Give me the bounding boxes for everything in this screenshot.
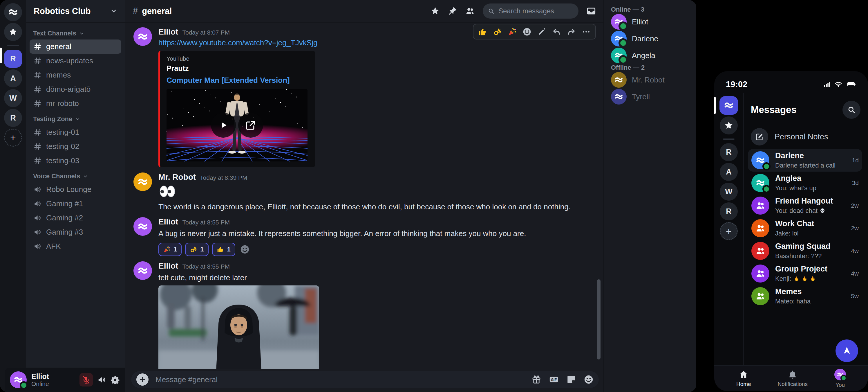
avatar[interactable] bbox=[133, 217, 152, 236]
message: Elliot Today at 8:55 PM A bug is never j… bbox=[125, 214, 603, 258]
message-author[interactable]: Elliot bbox=[158, 27, 178, 36]
party-popper-emoji-icon[interactable] bbox=[508, 27, 517, 36]
nav-item-home[interactable]: Home bbox=[736, 370, 751, 387]
preview-text: Kenji: bbox=[775, 275, 791, 283]
message-author[interactable]: Elliot bbox=[158, 261, 178, 271]
thumbs-up-emoji-icon[interactable] bbox=[478, 27, 487, 36]
favorites-button[interactable] bbox=[4, 23, 22, 41]
nav-item-notifications[interactable]: Notifications bbox=[778, 370, 808, 387]
emoji-icon[interactable] bbox=[584, 374, 594, 385]
channel-item-memes[interactable]: memes bbox=[30, 68, 121, 82]
play-button[interactable] bbox=[211, 113, 236, 138]
voice-channel-item-robo-lounge[interactable]: Robo Lounge bbox=[30, 183, 121, 197]
channel-section-header[interactable]: Testing Zone bbox=[33, 115, 118, 123]
conversation-item-memes[interactable]: MemesMateo: haha5w bbox=[748, 285, 862, 308]
star-icon[interactable] bbox=[431, 6, 440, 16]
photo-attachment[interactable] bbox=[158, 285, 319, 369]
server-header[interactable]: Robotics Club bbox=[26, 0, 125, 23]
phone-body: RAWR + Messages Personal Notes DarleneDa… bbox=[714, 93, 868, 366]
server-button-r-3[interactable]: R bbox=[4, 109, 22, 127]
conversation-item-friend-hangout[interactable]: Friend HangoutYou: dead chat2w bbox=[748, 194, 862, 217]
message-author[interactable]: Mr. Robot bbox=[158, 172, 196, 182]
conversation-item-anglea[interactable]: AngleaYou: what’s up3d bbox=[748, 172, 862, 194]
voice-channel-item-gaming-2[interactable]: Gaming #2 bbox=[30, 211, 121, 225]
favorites-button[interactable] bbox=[720, 116, 738, 135]
search-input[interactable] bbox=[498, 7, 573, 16]
conversation-item-work-chat[interactable]: Work ChatJake: lol2w bbox=[748, 217, 862, 240]
forward-icon[interactable] bbox=[567, 27, 576, 36]
add-reaction-icon[interactable] bbox=[240, 245, 250, 254]
add-reaction-icon[interactable] bbox=[523, 27, 531, 36]
settings-gear-icon[interactable] bbox=[111, 375, 120, 384]
deafen-button[interactable] bbox=[97, 375, 106, 384]
new-message-fab[interactable] bbox=[836, 339, 858, 362]
channel-item-general[interactable]: general bbox=[30, 39, 121, 54]
app-logo-button[interactable] bbox=[719, 96, 738, 115]
personal-notes-item[interactable]: Personal Notes bbox=[751, 128, 861, 145]
channel-item-mr-roboto[interactable]: mr-roboto bbox=[30, 96, 121, 111]
channel-item-testing-02[interactable]: testing-02 bbox=[30, 139, 121, 153]
server-button-a-1[interactable]: A bbox=[720, 163, 738, 181]
message-input[interactable] bbox=[155, 375, 525, 385]
member-row-mr-robot[interactable]: Mr. Robot bbox=[611, 72, 696, 88]
channel-item-testing-03[interactable]: testing-03 bbox=[30, 153, 121, 168]
nav-item-you[interactable]: You bbox=[834, 369, 846, 388]
reply-icon[interactable] bbox=[552, 27, 561, 36]
avatar[interactable] bbox=[133, 172, 152, 191]
chat-scrollbar[interactable] bbox=[597, 279, 600, 360]
speaker-icon bbox=[34, 186, 41, 193]
server-button-w-2[interactable]: W bbox=[720, 183, 738, 201]
member-row-darlene[interactable]: Darlene bbox=[611, 30, 696, 47]
message-link[interactable]: https://www.youtube.com/watch?v=jeg_TJvk… bbox=[158, 38, 317, 47]
server-button-w-2[interactable]: W bbox=[4, 89, 22, 107]
member-row-angela[interactable]: Angela bbox=[611, 47, 696, 64]
avatar[interactable] bbox=[133, 261, 152, 280]
reaction-pill-ok-hand[interactable]: 1 bbox=[185, 243, 208, 256]
avatar[interactable] bbox=[133, 27, 152, 46]
voice-channel-item-afk[interactable]: AFK bbox=[30, 239, 121, 253]
voice-channel-item-gaming-3[interactable]: Gaming #3 bbox=[30, 225, 121, 239]
attach-button[interactable] bbox=[136, 373, 149, 386]
channel-item-news-updates[interactable]: news-updates bbox=[30, 54, 121, 68]
conversation-item-darlene[interactable]: DarleneDarlene started a call1d bbox=[748, 149, 862, 172]
sticker-icon[interactable] bbox=[566, 374, 576, 385]
channel-section-header[interactable]: Text Channels bbox=[33, 30, 118, 37]
phone-main: Messages Personal Notes DarleneDarlene s… bbox=[744, 93, 868, 366]
reaction-pill-thumbs-up[interactable]: 1 bbox=[212, 243, 235, 256]
more-icon[interactable] bbox=[582, 27, 591, 36]
gift-icon[interactable] bbox=[531, 374, 541, 385]
video-thumbnail[interactable] bbox=[166, 89, 308, 162]
channel-section-header[interactable]: Voice Channels bbox=[33, 172, 118, 180]
channel-item-testing-01[interactable]: testing-01 bbox=[30, 125, 121, 139]
mute-mic-button[interactable] bbox=[80, 373, 93, 387]
embed-title-link[interactable]: Computer Man [Extended Version] bbox=[166, 76, 309, 85]
conversation-item-group-project[interactable]: Group ProjectKenji:4w bbox=[748, 262, 862, 285]
inbox-icon[interactable] bbox=[587, 6, 596, 16]
add-server-button[interactable]: + bbox=[720, 222, 738, 240]
app-logo-button[interactable] bbox=[4, 3, 22, 21]
reaction-pill-party-popper[interactable]: 1 bbox=[158, 243, 182, 256]
embed-author[interactable]: Prautz bbox=[166, 64, 309, 73]
chevron-down-icon bbox=[79, 31, 84, 36]
conversation-item-gaming-squad[interactable]: Gaming SquadBasshunter: ???4w bbox=[748, 240, 862, 262]
server-button-r-0[interactable]: R bbox=[720, 143, 738, 161]
server-button-r-0[interactable]: R bbox=[4, 50, 22, 68]
server-button-a-1[interactable]: A bbox=[4, 69, 22, 87]
search-box[interactable] bbox=[483, 3, 579, 19]
gif-icon[interactable]: GIF bbox=[549, 374, 559, 385]
edit-icon[interactable] bbox=[537, 27, 546, 36]
member-row-tyrell[interactable]: Tyrell bbox=[611, 88, 696, 105]
voice-channel-item-gaming-1[interactable]: Gaming #1 bbox=[30, 197, 121, 211]
ok-hand-emoji-icon[interactable] bbox=[493, 27, 502, 36]
skull-emoji bbox=[819, 207, 826, 214]
search-button[interactable] bbox=[842, 101, 861, 119]
server-button-r-3[interactable]: R bbox=[720, 202, 738, 220]
open-external-button[interactable] bbox=[238, 113, 263, 138]
channel-item-d-mo-arigat-[interactable]: dōmo-arigatō bbox=[30, 82, 121, 96]
pin-icon[interactable] bbox=[448, 6, 457, 16]
message-author[interactable]: Elliot bbox=[158, 217, 178, 226]
add-server-button[interactable]: + bbox=[4, 129, 22, 147]
user-avatar[interactable] bbox=[10, 371, 27, 388]
members-icon[interactable] bbox=[465, 6, 475, 16]
member-row-elliot[interactable]: Elliot bbox=[611, 13, 696, 30]
